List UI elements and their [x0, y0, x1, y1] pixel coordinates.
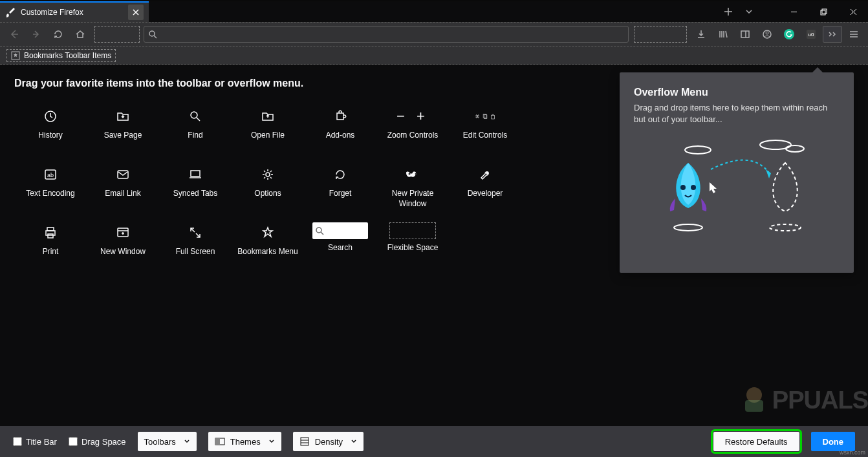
sidebar-button[interactable]: [735, 24, 755, 45]
svg-point-19: [266, 173, 270, 176]
close-icon: [850, 8, 857, 16]
item-text-encoding[interactable]: abText Encoding: [14, 159, 87, 217]
print-icon: [44, 226, 57, 239]
forget-icon: [334, 168, 347, 181]
item-fullscreen[interactable]: Full Screen: [159, 217, 232, 275]
reload-button[interactable]: [48, 24, 69, 45]
nav-toolbar: u0: [0, 22, 868, 47]
plus-icon: [724, 7, 733, 16]
done-button[interactable]: Done: [811, 432, 856, 451]
item-find[interactable]: Find: [159, 101, 232, 159]
library-button[interactable]: [713, 24, 733, 45]
overflow-panel-title: Overflow Menu: [634, 87, 840, 98]
bookmarks-toolbar-items[interactable]: Bookmarks Toolbar Items: [6, 49, 116, 62]
item-options[interactable]: Options: [232, 159, 304, 217]
account-button[interactable]: [757, 24, 777, 45]
search-box-icon: [312, 222, 368, 239]
item-developer[interactable]: Developer: [449, 159, 521, 217]
item-search[interactable]: Search: [304, 217, 376, 275]
item-open-file[interactable]: Open File: [232, 101, 304, 159]
item-flex-space[interactable]: Flexible Space: [376, 217, 449, 275]
bookmark-star-icon: [11, 51, 20, 60]
restore-defaults-button[interactable]: Restore Defaults: [713, 432, 799, 451]
search-icon: [148, 30, 157, 39]
item-print[interactable]: Print: [14, 217, 87, 275]
sidebar-icon: [740, 29, 750, 39]
svg-point-29: [786, 145, 804, 152]
menu-button[interactable]: [843, 24, 864, 45]
all-tabs-button[interactable]: [739, 1, 759, 23]
svg-point-30: [680, 185, 686, 190]
home-button[interactable]: [70, 24, 91, 45]
edit-icons: [475, 106, 495, 127]
star-icon: [261, 226, 274, 239]
svg-point-2: [149, 31, 155, 36]
clock-icon: [44, 110, 57, 123]
fullscreen-icon: [189, 226, 202, 239]
svg-point-11: [191, 112, 197, 118]
drag-space-checkbox[interactable]: Drag Space: [69, 437, 126, 447]
svg-rect-37: [215, 438, 220, 445]
zoom-icon: − +: [402, 106, 423, 127]
arrow-right-icon: [31, 29, 41, 39]
item-bookmarks-menu[interactable]: Bookmarks Menu: [232, 217, 304, 275]
bookmarks-toolbar-label: Bookmarks Toolbar Items: [24, 51, 111, 60]
new-tab-button[interactable]: [718, 1, 739, 23]
hamburger-icon: [849, 29, 859, 39]
text-encoding-icon: ab: [44, 168, 57, 181]
watermark: PPUALS: [736, 382, 868, 418]
tab-customize[interactable]: Customize Firefox: [0, 1, 149, 22]
item-edit-controls[interactable]: Edit Controls: [449, 101, 521, 159]
item-history[interactable]: History: [14, 101, 87, 159]
item-private-window[interactable]: New Private Window: [376, 159, 449, 217]
density-dropdown[interactable]: Density: [293, 432, 363, 451]
overflow-panel-desc: Drag and drop items here to keep them wi…: [634, 102, 840, 125]
downloads-button[interactable]: [691, 24, 711, 45]
svg-rect-35: [745, 400, 763, 412]
home-icon: [75, 29, 85, 39]
svg-point-20: [409, 173, 411, 175]
customize-content: Drag your favorite items into the toolba…: [0, 65, 868, 426]
window-minimize-button[interactable]: [779, 1, 808, 23]
item-addons[interactable]: Add-ons: [304, 101, 376, 159]
search-icon: [189, 110, 202, 123]
wrench-icon: [479, 168, 492, 181]
tab-title: Customize Firefox: [21, 8, 83, 17]
item-forget[interactable]: Forget: [304, 159, 376, 217]
svg-rect-3: [741, 31, 749, 37]
svg-rect-1: [822, 9, 827, 14]
item-zoom-controls[interactable]: − +Zoom Controls: [376, 101, 449, 159]
source-label: wsxn.com: [840, 449, 865, 456]
url-bar[interactable]: [144, 26, 629, 43]
chevron-down-icon: [184, 438, 190, 445]
flex-space-placeholder[interactable]: [634, 26, 687, 43]
close-icon: [133, 9, 139, 16]
bookmarks-toolbar: Bookmarks Toolbar Items: [0, 47, 868, 65]
svg-point-26: [316, 228, 321, 233]
item-save-page[interactable]: Save Page: [87, 101, 159, 159]
appuals-logo-icon: [736, 382, 772, 418]
toolbars-dropdown[interactable]: Toolbars: [138, 432, 197, 451]
svg-rect-18: [191, 171, 200, 176]
flex-space-placeholder[interactable]: [94, 26, 140, 43]
download-icon: [696, 29, 706, 39]
svg-point-33: [770, 224, 801, 231]
window-close-button[interactable]: [838, 1, 868, 23]
laptop-icon: [189, 168, 202, 181]
forward-button[interactable]: [26, 24, 47, 45]
themes-dropdown[interactable]: Themes: [208, 432, 281, 451]
reload-icon: [53, 29, 63, 39]
window-maximize-button[interactable]: [808, 1, 838, 23]
ublock-button[interactable]: u0: [801, 24, 821, 45]
grammarly-button[interactable]: [779, 24, 799, 45]
chevron-double-right-icon: [828, 31, 837, 37]
chevron-down-icon: [745, 8, 753, 16]
item-new-window[interactable]: New Window: [87, 217, 159, 275]
item-email-link[interactable]: Email Link: [87, 159, 159, 217]
item-synced-tabs[interactable]: Synced Tabs: [159, 159, 232, 217]
overflow-button[interactable]: [823, 26, 842, 43]
tab-strip: Customize Firefox: [0, 0, 868, 22]
tab-close-button[interactable]: [128, 5, 144, 20]
title-bar-checkbox[interactable]: Title Bar: [13, 437, 57, 447]
back-button[interactable]: [4, 24, 25, 45]
